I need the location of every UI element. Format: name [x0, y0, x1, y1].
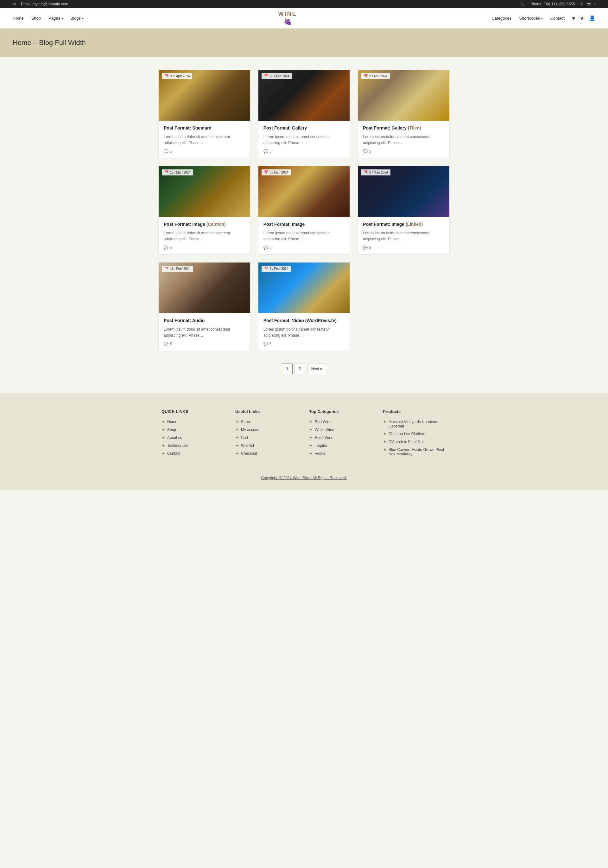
post-title[interactable]: Post Format: Image (Caption)	[164, 222, 245, 228]
product-link[interactable]: D'Autrefois Pinot Noir	[389, 440, 425, 444]
list-item: ✦White Wine	[309, 428, 373, 432]
post-title[interactable]: Post Format: Image	[264, 222, 345, 228]
blog-card-image[interactable]: 📅 8 / Mar/ 2024	[258, 166, 350, 217]
blog-card-5: 📅 8 / Mar/ 2024 Post Format: Image Lorem…	[258, 166, 350, 254]
nav-contact[interactable]: Contact	[551, 16, 565, 20]
nav-shortcodes[interactable]: Shortcodes ▾	[519, 16, 543, 20]
list-item: ✦Rosé Wine	[309, 436, 373, 440]
useful-link[interactable]: Cart	[241, 436, 248, 440]
post-title[interactable]: Post Format: Standard	[164, 125, 245, 132]
blog-grid: 📅 29 / Apr/ 2024 Post Format: Standard L…	[158, 70, 450, 351]
blog-card-body: Post Format: Image (Caption) Lorem ipsum…	[159, 217, 250, 254]
date-badge: 📅 18 / Feb/ 2024	[162, 266, 193, 272]
calendar-icon: 📅	[363, 170, 368, 175]
nav-categories[interactable]: Categories	[492, 16, 512, 20]
comment-count: 5	[170, 342, 172, 346]
wishlist-icon[interactable]: ♥	[572, 16, 575, 21]
post-title[interactable]: Post Format: Gallery (Tiled)	[363, 125, 444, 132]
nav-pages[interactable]: Pages ▾	[48, 16, 63, 20]
post-meta: 💬 5	[164, 245, 245, 250]
category-link[interactable]: White Wine	[315, 428, 334, 432]
twitter-link[interactable]: 𝕏	[580, 2, 583, 6]
useful-link[interactable]: Checkout	[241, 451, 257, 456]
nav-blogs[interactable]: Blogs ▾	[71, 16, 84, 20]
category-link[interactable]: Red Wine	[315, 420, 332, 424]
list-item: ✦Mascota Vineyards Unanime Cabernet	[383, 420, 447, 428]
quick-link[interactable]: Shop	[167, 428, 176, 432]
category-link[interactable]: Vodka	[315, 451, 325, 456]
cart-icon[interactable]: 🛍	[580, 16, 585, 21]
nav-home[interactable]: Home	[13, 16, 24, 20]
facebook-link[interactable]: f	[594, 2, 595, 6]
product-link[interactable]: Blue Canyon Estate Grown Pinot Noir Mont…	[389, 448, 447, 456]
useful-links-title: Useful Links	[235, 409, 299, 414]
useful-link[interactable]: My account	[241, 428, 260, 432]
next-page-button[interactable]: Next »	[307, 364, 326, 374]
blog-card-image[interactable]: 📅 3 / Feb/ 2024	[258, 262, 350, 313]
comment-count: 5	[170, 149, 172, 153]
blog-card-image[interactable]: 📅 29 / Apr/ 2024	[159, 70, 250, 121]
quick-link[interactable]: Contact	[167, 451, 180, 456]
bullet-icon: ✦	[309, 419, 313, 424]
list-item: ✦About us	[161, 436, 225, 440]
pages-dropdown-arrow: ▾	[61, 17, 63, 20]
blog-card-body: Post Format: Gallery (Tiled) Lorem ipsum…	[358, 121, 449, 158]
nav-shop[interactable]: Shop	[31, 16, 41, 20]
blog-card-image[interactable]: 📅 15 / Mar/ 2024	[159, 166, 250, 217]
quick-link[interactable]: Home	[167, 420, 177, 424]
bullet-icon: ✦	[235, 427, 239, 432]
blog-card-7: 📅 18 / Feb/ 2024 Post Format: Audio Lore…	[158, 262, 250, 351]
comment-icon: 💬	[363, 245, 368, 250]
quick-link[interactable]: About us	[167, 436, 182, 440]
blog-card-image[interactable]: 📅 6 / Mar/ 2024	[358, 166, 449, 217]
comment-icon: 💬	[363, 149, 368, 153]
post-title[interactable]: Post Format: Audio	[164, 318, 245, 324]
page-2-button[interactable]: 2	[295, 364, 305, 374]
footer-quick-links: QUICK LINKS ✦Home✦Shop✦About us✦Testimon…	[161, 409, 225, 459]
useful-link[interactable]: Wishlist	[241, 443, 254, 448]
date-badge: 📅 15 / Mar/ 2024	[162, 169, 193, 175]
useful-link[interactable]: Shop	[241, 420, 250, 424]
blog-card-body: Post Format: Audio Lorem ipsum dolor sit…	[159, 313, 250, 350]
list-item: ✦Red Wine	[309, 420, 373, 424]
page-1-button[interactable]: 1	[282, 364, 293, 374]
post-title[interactable]: Post Format: Gallery	[264, 125, 345, 132]
post-meta: 💬 5	[363, 149, 444, 153]
comment-count: 5	[170, 245, 172, 250]
bullet-icon: ✦	[161, 451, 165, 456]
post-date: 3 / Feb/ 2024	[270, 267, 288, 270]
quick-link[interactable]: Testimonials	[167, 443, 188, 448]
list-item: ✦Shop	[235, 420, 299, 424]
instagram-link[interactable]: 📷	[586, 2, 591, 6]
list-item: ✦Contact	[161, 451, 225, 456]
product-link[interactable]: Mascota Vineyards Unanime Cabernet	[389, 420, 447, 428]
blog-card-image[interactable]: 📅 18 / Feb/ 2024	[159, 262, 250, 313]
bullet-icon: ✦	[383, 431, 387, 436]
post-excerpt: Lorem ipsum dolor sit amet consectetur a…	[164, 230, 245, 242]
list-item: ✦Chateau Les Clottiers	[383, 432, 447, 436]
post-title[interactable]: Post Format: Image (Linked)	[363, 222, 444, 228]
post-meta: 💬 5	[164, 342, 245, 346]
phone-link[interactable]: Phone: (00) 111-222-5555	[530, 2, 575, 6]
copyright-link[interactable]: Copyright @ 2024 Wine Store All Rights R…	[261, 476, 347, 480]
site-logo[interactable]: WINE 🍇	[278, 11, 297, 26]
blog-card-3: 📅 9 / Apr/ 2024 Post Format: Gallery (Ti…	[358, 70, 450, 158]
post-date: 28 / Apr/ 2024	[270, 74, 289, 78]
footer-categories: Top Categories ✦Red Wine✦White Wine✦Rosé…	[309, 409, 373, 459]
bullet-icon: ✦	[383, 447, 387, 452]
date-badge: 📅 6 / Mar/ 2024	[361, 169, 391, 175]
comment-icon: 💬	[164, 342, 169, 346]
email-link[interactable]: Email: myinfo@domain.com	[21, 2, 68, 6]
post-title[interactable]: Post Format: Video (WordPress.tv)	[264, 318, 345, 324]
products-title: Products	[383, 409, 447, 414]
comment-count: 5	[270, 149, 272, 153]
product-link[interactable]: Chateau Les Clottiers	[389, 432, 425, 436]
blog-card-image[interactable]: 📅 28 / Apr/ 2024	[258, 70, 350, 121]
bullet-icon: ✦	[161, 419, 165, 424]
category-link[interactable]: Tequila	[315, 443, 327, 448]
comment-icon: 💬	[264, 149, 268, 153]
blog-card-image[interactable]: 📅 9 / Apr/ 2024	[358, 70, 449, 121]
category-link[interactable]: Rosé Wine	[315, 436, 333, 440]
account-icon[interactable]: 👤	[589, 15, 595, 21]
list-item: ✦Tequila	[309, 443, 373, 448]
